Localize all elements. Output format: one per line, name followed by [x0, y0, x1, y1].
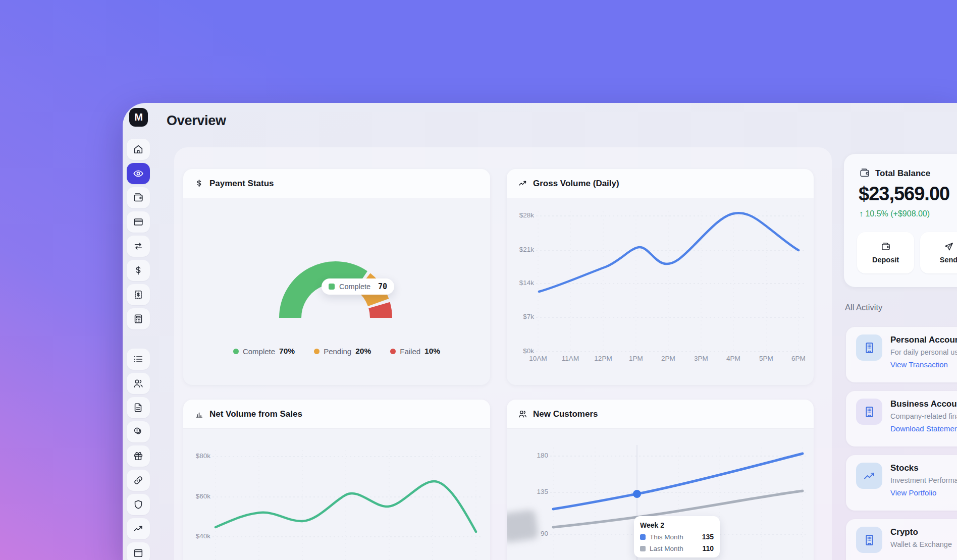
tooltip-value: 135 — [702, 533, 714, 541]
y-tick: 180 — [524, 452, 548, 459]
total-balance-card: Total Balance $23,569.00 ↑ 10.5% (+$908.… — [844, 154, 957, 287]
payment-status-header: Payment Status — [183, 169, 490, 198]
tooltip-title: Week 2 — [640, 521, 714, 529]
account-icon-box — [856, 463, 882, 489]
activity-title: Personal Account — [890, 335, 957, 345]
y-tick: $0k — [513, 347, 534, 355]
sidebar-item-rewards[interactable] — [127, 445, 150, 467]
activity-title: Crypto — [890, 527, 918, 537]
new-customers-card: New Customers 180 135 90 45 Week 2 — [507, 400, 814, 560]
activity-item-crypto: Crypto Wallet & Exchange — [846, 519, 957, 560]
shield-icon — [133, 499, 144, 510]
x-tick: 1PM — [624, 355, 648, 362]
building-icon — [863, 341, 876, 355]
highlighted-point — [633, 490, 641, 498]
sidebar-item-browser[interactable] — [127, 542, 150, 560]
sidebar-item-overview[interactable] — [127, 163, 150, 184]
list-icon — [133, 354, 144, 365]
sidebar-item-wallet[interactable] — [127, 187, 150, 208]
sidebar-group-divider — [127, 332, 150, 346]
x-tick: 11AM — [558, 355, 582, 362]
x-tick: 4PM — [721, 355, 746, 362]
sidebar-item-customers[interactable] — [127, 373, 150, 394]
x-tick: 5PM — [754, 355, 778, 362]
y-tick: $14k — [513, 279, 534, 287]
y-tick: $60k — [189, 492, 210, 500]
sidebar-item-invoices[interactable] — [127, 284, 150, 305]
trending-up-icon — [863, 469, 876, 483]
deposit-button[interactable]: Deposit — [857, 232, 914, 273]
sidebar-item-coins[interactable] — [127, 421, 150, 442]
coins-icon — [133, 426, 144, 437]
browser-icon — [133, 547, 144, 558]
tooltip-label: Complete — [339, 283, 370, 291]
gift-icon — [133, 451, 144, 462]
link-icon — [133, 475, 144, 486]
week-tooltip: Week 2 This Month 135 Last Month 110 — [634, 516, 720, 557]
sidebar-item-analytics[interactable] — [127, 518, 150, 539]
calculator-icon — [133, 313, 144, 324]
dollar-icon — [194, 179, 204, 188]
legend-item-failed: Failed 10% — [390, 347, 440, 356]
app-logo[interactable]: M — [129, 108, 148, 127]
transfer-arrows-icon — [133, 241, 144, 252]
receipt-dollar-icon — [133, 289, 144, 300]
sidebar-item-cards[interactable] — [127, 211, 150, 233]
legend-dot — [314, 349, 320, 354]
activity-title: Stocks — [890, 463, 919, 473]
account-icon-box — [856, 334, 882, 361]
send-button[interactable]: Send — [920, 232, 957, 273]
tooltip-row: This Month 135 — [640, 533, 714, 541]
sidebar-item-payments[interactable] — [127, 260, 150, 281]
card-title: Payment Status — [209, 179, 274, 189]
dollar-icon — [133, 265, 144, 276]
legend-item-pending: Pending 20% — [314, 347, 371, 356]
sidebar-item-calculator[interactable] — [127, 308, 150, 329]
trending-up-icon — [133, 523, 144, 534]
x-tick: 2PM — [656, 355, 680, 362]
sidebar-item-transfers[interactable] — [127, 236, 150, 257]
account-icon-box — [856, 399, 882, 425]
sidebar-item-home[interactable] — [127, 139, 150, 160]
tooltip-swatch — [640, 546, 646, 551]
x-tick: 3PM — [689, 355, 713, 362]
building-icon — [863, 533, 876, 547]
y-tick: $40k — [189, 532, 210, 540]
balance-amount: $23,569.00 — [859, 183, 949, 205]
sidebar-item-list[interactable] — [127, 349, 150, 370]
wallet-icon — [859, 167, 870, 181]
legend-label: Failed — [400, 347, 420, 356]
gross-volume-line-chart[interactable] — [507, 169, 814, 385]
home-icon — [133, 144, 144, 155]
gauge-tooltip: Complete 70 — [322, 278, 394, 295]
legend-item-complete: Complete 70% — [233, 347, 295, 356]
gross-volume-card: Gross Volume (Daily) $28k $21k $14k $7k … — [507, 169, 814, 385]
download-statement-link[interactable]: Download Statement — [890, 424, 957, 433]
y-tick: $80k — [189, 452, 210, 460]
activity-title: Business Account — [890, 399, 957, 409]
wallet-icon — [133, 192, 144, 203]
credit-card-icon — [133, 216, 144, 228]
payment-status-card: Payment Status Complete 70 Complete 70% … — [183, 169, 490, 385]
activity-item-stocks: Stocks Investment Performance View Portf… — [846, 455, 957, 511]
activity-item-personal-account: Personal Account For daily personal use … — [846, 327, 957, 382]
tooltip-label: This Month — [650, 533, 683, 541]
view-portfolio-link[interactable]: View Portfolio — [890, 488, 936, 497]
sidebar-item-documents[interactable] — [127, 397, 150, 418]
view-transaction-link[interactable]: View Transaction — [890, 360, 948, 369]
net-volume-line-chart[interactable] — [183, 400, 490, 560]
sidebar-item-security[interactable] — [127, 494, 150, 515]
legend-value: 70% — [279, 347, 295, 356]
activity-item-business-account: Business Account Company-related finance… — [846, 391, 957, 446]
sidebar-item-links[interactable] — [127, 470, 150, 491]
activity-subtitle: For daily personal use — [890, 348, 957, 356]
x-tick: 12PM — [591, 355, 615, 362]
account-icon-box — [856, 527, 882, 553]
deposit-label: Deposit — [872, 256, 899, 264]
legend-dot — [233, 349, 239, 354]
activity-subtitle: Wallet & Exchange — [890, 540, 952, 548]
y-tick: 135 — [524, 488, 548, 495]
wallet-icon — [881, 242, 891, 252]
y-tick: $21k — [513, 246, 534, 253]
tooltip-swatch — [329, 284, 335, 290]
